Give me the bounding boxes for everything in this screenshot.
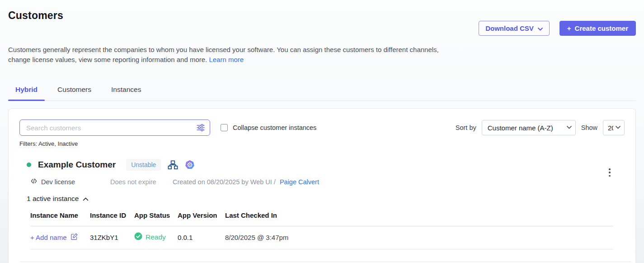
tab-bar: Hybrid Customers Instances	[8, 81, 636, 101]
channel-badge: Unstable	[126, 159, 161, 171]
create-customer-button[interactable]: + Create customer	[559, 21, 636, 36]
edit-icon[interactable]	[71, 233, 78, 242]
show-select-wrap: 20	[603, 120, 625, 135]
search-wrap	[19, 120, 210, 136]
tab-instances[interactable]: Instances	[104, 81, 148, 100]
created-info: Created on 08/20/2025 by Web UI / Paige …	[173, 178, 319, 186]
sort-by-label: Sort by	[456, 124, 476, 131]
chevron-down-icon	[538, 24, 543, 32]
created-text: Created on 08/20/2025 by Web UI /	[173, 178, 276, 186]
col-instance-name: Instance Name	[30, 211, 90, 219]
collapse-instances-label: Collapse customer instances	[233, 124, 316, 131]
customers-card: Collapse customer instances Sort by Cust…	[8, 108, 636, 263]
instances-table-header: Instance Name Instance ID App Status App…	[30, 211, 613, 226]
show-select[interactable]: 20	[603, 120, 625, 135]
create-customer-label: Create customer	[575, 24, 628, 32]
instance-id-cell: 31ZKbY1	[90, 234, 134, 241]
customer-meta: Dev license Does not expire Created on 0…	[27, 177, 625, 186]
sort-select-wrap: Customer name (A-Z)	[482, 120, 576, 135]
customer-kebab-menu[interactable]	[606, 167, 614, 177]
show-label: Show	[581, 124, 597, 131]
add-name-link[interactable]: + Add name	[30, 234, 66, 241]
collapse-instances-checkbox[interactable]	[221, 124, 228, 131]
customers-page: Customers Download CSV + Create customer…	[0, 0, 644, 263]
download-csv-button[interactable]: Download CSV	[479, 21, 550, 36]
search-input[interactable]	[19, 120, 210, 136]
learn-more-link[interactable]: Learn more	[209, 56, 244, 63]
license-type-label: Dev license	[41, 178, 75, 186]
license-type: Dev license	[30, 177, 110, 186]
customer-name[interactable]: Example Customer	[38, 160, 116, 170]
active-filters-text: Filters: Active, Inactive	[19, 140, 625, 147]
code-icon	[30, 177, 38, 186]
toolbar: Collapse customer instances Sort by Cust…	[19, 120, 625, 136]
chevron-up-icon	[83, 195, 89, 203]
tab-hybrid[interactable]: Hybrid	[8, 81, 45, 100]
col-instance-id: Instance ID	[90, 211, 134, 219]
instances-table: Instance Name Instance ID App Status App…	[30, 211, 613, 249]
license-expiry: Does not expire	[110, 178, 173, 186]
page-title: Customers	[8, 10, 63, 22]
toolbar-right: Sort by Customer name (A-Z) Show 20	[456, 120, 625, 135]
kubernetes-icon	[185, 160, 195, 170]
app-version-cell: 0.0.1	[178, 234, 225, 241]
page-header: Customers Download CSV + Create customer	[8, 0, 636, 36]
customer-header: Example Customer Unstable	[27, 159, 625, 171]
tab-customers[interactable]: Customers	[50, 81, 99, 100]
col-last-checked-in: Last Checked In	[225, 211, 613, 219]
instance-name-cell: + Add name	[30, 233, 90, 242]
plus-icon: +	[567, 24, 571, 32]
customer-divider	[20, 262, 631, 262]
instances-summary-label: 1 active instance	[27, 195, 79, 203]
instances-toggle[interactable]: 1 active instance	[27, 195, 625, 203]
last-checked-in-cell: 8/20/2025 @ 3:47pm	[225, 234, 613, 241]
app-status-label: Ready	[146, 233, 166, 241]
check-circle-icon	[134, 232, 142, 242]
col-app-status: App Status	[134, 211, 178, 219]
customer-block: Example Customer Unstable	[19, 159, 625, 262]
instance-row: + Add name 31ZKbY1	[30, 226, 613, 249]
header-actions: Download CSV + Create customer	[479, 21, 636, 36]
sort-select[interactable]: Customer name (A-Z)	[482, 120, 576, 135]
page-description: Customers generally represent the compan…	[8, 45, 444, 65]
collapse-instances-toggle[interactable]: Collapse customer instances	[221, 124, 316, 131]
sitemap-icon	[168, 160, 178, 170]
app-status-cell: Ready	[134, 232, 178, 242]
download-csv-label: Download CSV	[485, 24, 534, 32]
created-by-link[interactable]: Paige Calvert	[280, 178, 319, 186]
active-status-dot	[27, 163, 31, 167]
col-app-version: App Version	[178, 211, 225, 219]
filter-sliders-icon[interactable]	[196, 123, 205, 132]
